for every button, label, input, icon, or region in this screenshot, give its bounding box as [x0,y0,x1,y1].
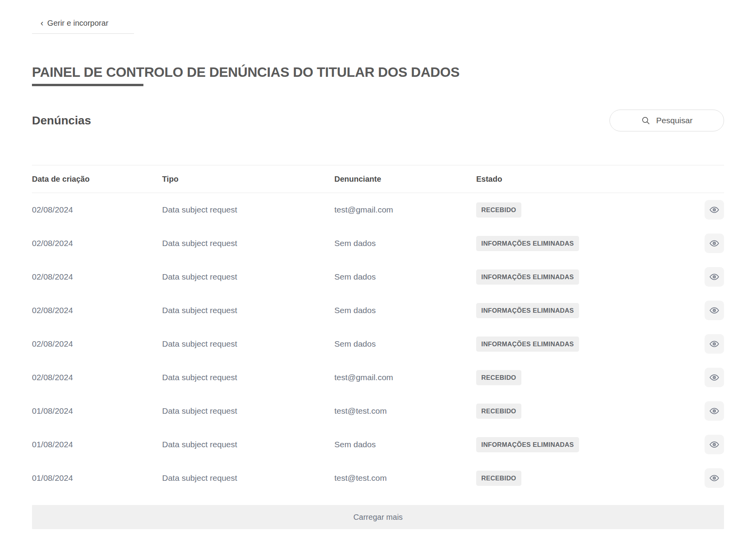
table-row: 02/08/2024 Data subject request Sem dado… [32,260,724,294]
table-row: 01/08/2024 Data subject request Sem dado… [32,428,724,461]
section-header-row: Denúncias Pesquisar [32,110,724,131]
view-row-button[interactable] [705,435,724,454]
cell-reporter: Sem dados [334,306,476,315]
cell-status: RECEBIDO [476,370,705,385]
cell-creation-date: 02/08/2024 [32,272,162,282]
back-link[interactable]: ‹ Gerir e incorporar [32,19,108,28]
cell-type: Data subject request [162,406,334,416]
cell-status: RECEBIDO [476,471,705,486]
cell-reporter: test@test.com [334,473,476,483]
load-more-button[interactable]: Carregar mais [32,505,724,529]
view-row-button[interactable] [705,368,724,387]
status-badge: RECEBIDO [476,471,521,486]
cell-reporter: test@gmail.com [334,373,476,382]
cell-type: Data subject request [162,205,334,214]
view-row-button[interactable] [705,301,724,320]
cell-type: Data subject request [162,306,334,315]
eye-icon [709,473,720,484]
table-row: 02/08/2024 Data subject request test@gma… [32,361,724,394]
eye-icon [709,204,720,215]
view-row-button[interactable] [705,200,724,220]
column-header-type: Tipo [162,175,334,184]
status-badge: RECEBIDO [476,202,521,218]
cell-type: Data subject request [162,473,334,483]
page-title: PAINEL DE CONTROLO DE DENÚNCIAS DO TITUL… [32,64,724,80]
column-header-status: Estado [476,175,705,184]
cell-status: RECEBIDO [476,202,705,218]
status-badge: INFORMAÇÕES ELIMINADAS [476,303,579,318]
column-header-date: Data de criação [32,175,162,184]
eye-icon [709,439,720,450]
status-badge: INFORMAÇÕES ELIMINADAS [476,236,579,251]
cell-creation-date: 02/08/2024 [32,339,162,349]
status-badge: RECEBIDO [476,370,521,385]
view-row-button[interactable] [705,267,724,287]
table-row: 02/08/2024 Data subject request Sem dado… [32,294,724,327]
load-more-label: Carregar mais [353,513,403,522]
cell-reporter: test@test.com [334,406,476,416]
section-heading: Denúncias [32,114,91,127]
cell-type: Data subject request [162,239,334,248]
page-container: ‹ Gerir e incorporar PAINEL DE CONTROLO … [32,0,724,529]
cell-status: INFORMAÇÕES ELIMINADAS [476,303,705,318]
cell-status: INFORMAÇÕES ELIMINADAS [476,337,705,352]
eye-icon [709,271,720,282]
status-badge: INFORMAÇÕES ELIMINADAS [476,337,579,352]
table-row: 01/08/2024 Data subject request test@tes… [32,394,724,428]
cell-status: RECEBIDO [476,404,705,419]
cell-reporter: Sem dados [334,440,476,449]
column-header-reporter: Denunciante [334,175,476,184]
cell-type: Data subject request [162,272,334,282]
table-row: 02/08/2024 Data subject request Sem dado… [32,327,724,361]
cell-type: Data subject request [162,339,334,349]
title-underline [32,84,143,86]
cell-creation-date: 01/08/2024 [32,440,162,449]
cell-creation-date: 02/08/2024 [32,239,162,248]
table-row: 01/08/2024 Data subject request test@tes… [32,461,724,495]
search-button[interactable]: Pesquisar [609,110,724,131]
search-icon [641,116,650,125]
table-body: 02/08/2024 Data subject request test@gma… [32,193,724,495]
cell-reporter: test@gmail.com [334,205,476,214]
view-row-button[interactable] [705,468,724,488]
cell-type: Data subject request [162,440,334,449]
table-row: 02/08/2024 Data subject request test@gma… [32,193,724,227]
cell-reporter: Sem dados [334,239,476,248]
view-row-button[interactable] [705,334,724,354]
cell-creation-date: 02/08/2024 [32,306,162,315]
status-badge: RECEBIDO [476,404,521,419]
table-row: 02/08/2024 Data subject request Sem dado… [32,227,724,260]
cell-creation-date: 02/08/2024 [32,373,162,382]
cell-creation-date: 01/08/2024 [32,473,162,483]
view-row-button[interactable] [705,401,724,421]
cell-creation-date: 02/08/2024 [32,205,162,214]
back-link-label: Gerir e incorporar [47,19,108,28]
table-header-row: Data de criação Tipo Denunciante Estado [32,165,724,193]
cell-status: INFORMAÇÕES ELIMINADAS [476,437,705,452]
search-button-label: Pesquisar [656,116,692,125]
cell-status: INFORMAÇÕES ELIMINADAS [476,269,705,285]
back-link-container: ‹ Gerir e incorporar [32,19,134,34]
complaints-table: Data de criação Tipo Denunciante Estado … [32,165,724,495]
cell-creation-date: 01/08/2024 [32,406,162,416]
eye-icon [709,372,720,383]
eye-icon [709,238,720,249]
status-badge: INFORMAÇÕES ELIMINADAS [476,269,579,285]
cell-status: INFORMAÇÕES ELIMINADAS [476,236,705,251]
eye-icon [709,406,720,416]
status-badge: INFORMAÇÕES ELIMINADAS [476,437,579,452]
chevron-left-icon: ‹ [41,19,43,28]
view-row-button[interactable] [705,234,724,253]
eye-icon [709,338,720,349]
eye-icon [709,305,720,316]
cell-type: Data subject request [162,373,334,382]
cell-reporter: Sem dados [334,272,476,282]
cell-reporter: Sem dados [334,339,476,349]
